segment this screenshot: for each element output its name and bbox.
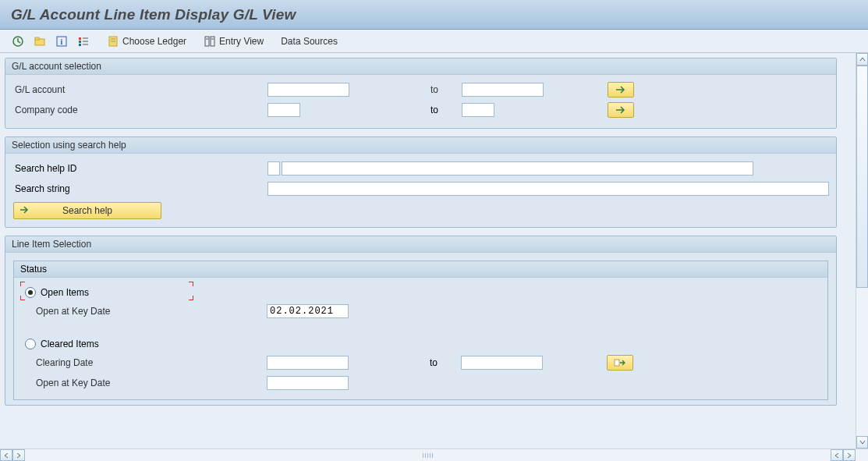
entry-view-button[interactable]: Entry View [200, 33, 267, 50]
label-search-help-id: Search help ID [13, 163, 267, 174]
label-clearing-date: Clearing Date [25, 357, 267, 368]
svg-rect-7 [79, 44, 81, 46]
ledger-icon [107, 35, 119, 48]
choose-ledger-label: Choose Ledger [122, 36, 186, 47]
multi-select-company-code[interactable] [608, 102, 634, 118]
entry-view-icon [204, 35, 216, 48]
group-title-line-item: Line Item Selection [5, 236, 836, 253]
label-cleared-items: Cleared Items [41, 339, 99, 349]
input-search-help-id[interactable] [282, 161, 753, 176]
label-to-3: to [430, 357, 461, 368]
svg-rect-18 [615, 360, 619, 366]
application-toolbar: i Choose Ledger Entry View Data Sources [0, 30, 868, 53]
input-open-key-date[interactable] [267, 304, 349, 318]
scroll-track[interactable] [856, 66, 868, 436]
label-open-key-date: Open at Key Date [25, 306, 267, 317]
group-gl-account-selection: G/L account selection G/L account to Com… [5, 58, 837, 129]
label-to-2: to [430, 105, 462, 115]
arrow-right-icon [615, 105, 627, 115]
label-search-string: Search string [13, 183, 267, 194]
input-cleared-open-key-date[interactable] [267, 376, 349, 390]
data-sources-button[interactable]: Data Sources [277, 33, 342, 50]
scroll-left-button[interactable] [0, 449, 12, 461]
scroll-left-button-2[interactable] [831, 449, 843, 461]
chevron-right-icon [16, 452, 22, 459]
subgroup-status-title: Status [14, 261, 827, 278]
info-icon: i [55, 35, 68, 48]
multi-select-clearing-date[interactable] [607, 355, 633, 371]
radio-cleared-items[interactable] [25, 339, 36, 349]
group-search-help: Selection using search help Search help … [5, 137, 837, 228]
get-variant-button[interactable] [30, 33, 50, 50]
radio-open-items[interactable] [25, 287, 36, 298]
svg-rect-15 [211, 37, 214, 46]
group-title-search: Selection using search help [5, 137, 836, 154]
subgroup-status: Status Open Items Open at Key Date [13, 261, 828, 400]
svg-rect-14 [205, 37, 209, 46]
label-open-items: Open Items [41, 287, 89, 298]
execute-button[interactable] [8, 33, 28, 50]
arrow-right-icon [19, 205, 30, 217]
arrow-right-icon [615, 85, 627, 94]
svg-text:i: i [61, 37, 63, 46]
dynamic-selections-button[interactable] [73, 33, 94, 50]
entry-view-label: Entry View [219, 36, 264, 47]
multi-select-gl-account[interactable] [608, 82, 634, 98]
input-clearing-date-to[interactable] [461, 356, 543, 370]
chevron-right-icon [846, 452, 852, 459]
input-gl-account-to[interactable] [462, 83, 544, 97]
label-to-1: to [430, 84, 462, 95]
folder-variant-icon [34, 35, 46, 48]
svg-rect-5 [79, 37, 81, 40]
scroll-right-button-2[interactable] [843, 449, 856, 461]
scroll-right-button-1[interactable] [12, 449, 25, 461]
hscroll-track[interactable] [25, 449, 831, 461]
input-search-string[interactable] [267, 182, 829, 196]
input-gl-account-from[interactable] [267, 83, 349, 97]
arrow-right-doc-icon [614, 358, 626, 367]
page-title: G/L Account Line Item Display G/L View [11, 6, 296, 23]
vertical-scrollbar[interactable] [856, 53, 868, 449]
search-help-id-flag[interactable] [267, 161, 280, 176]
search-help-button-label: Search help [62, 205, 112, 216]
chevron-left-icon [834, 452, 840, 459]
input-clearing-date-from[interactable] [267, 356, 349, 370]
scroll-down-button[interactable] [856, 436, 868, 449]
choose-ledger-button[interactable]: Choose Ledger [103, 33, 190, 50]
content: G/L account selection G/L account to Com… [0, 53, 845, 421]
chevron-down-icon [859, 439, 866, 445]
data-sources-label: Data Sources [281, 36, 338, 47]
clock-execute-icon [12, 35, 24, 48]
label-cleared-open-key-date: Open at Key Date [25, 378, 267, 388]
scroll-up-button[interactable] [856, 53, 868, 66]
input-company-code-from[interactable] [267, 103, 300, 117]
info-button[interactable]: i [51, 33, 72, 50]
resize-grip-icon [416, 452, 440, 459]
group-title-gl: G/L account selection [5, 59, 836, 75]
group-line-item-selection: Line Item Selection Status Open Items [5, 236, 837, 406]
svg-rect-6 [79, 41, 81, 43]
input-company-code-to[interactable] [462, 103, 494, 117]
scroll-thumb[interactable] [856, 66, 868, 288]
label-company-code: Company code [13, 105, 267, 115]
scroll-area: G/L account selection G/L account to Com… [0, 53, 868, 449]
title-bar: G/L Account Line Item Display G/L View [0, 0, 868, 30]
svg-rect-2 [35, 37, 39, 40]
list-colors-icon [77, 35, 90, 48]
search-help-button[interactable]: Search help [13, 202, 161, 219]
horizontal-scrollbar[interactable] [0, 449, 868, 461]
chevron-up-icon [859, 56, 866, 62]
label-gl-account: G/L account [13, 84, 267, 95]
chevron-left-icon [3, 452, 9, 459]
